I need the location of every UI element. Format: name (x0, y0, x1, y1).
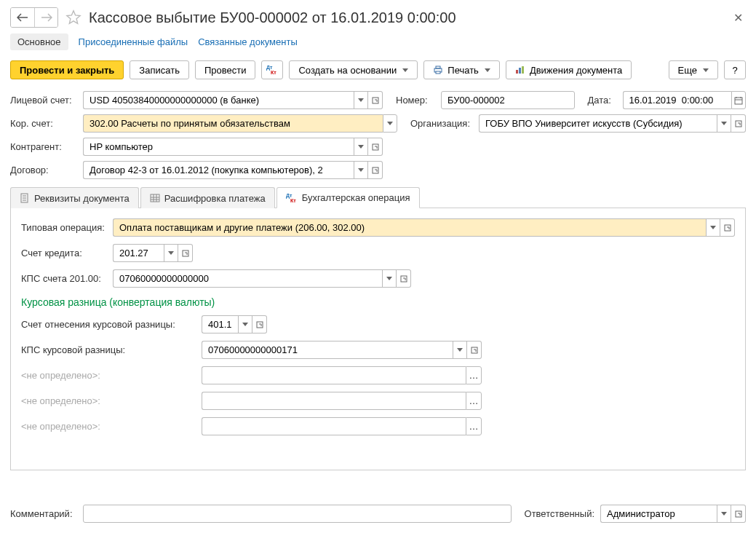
organization-field[interactable] (479, 114, 746, 133)
organization-input[interactable] (484, 117, 712, 130)
open-button[interactable] (731, 505, 746, 523)
contract-input[interactable] (88, 164, 349, 176)
print-button[interactable]: Печать (423, 60, 500, 79)
post-and-close-button[interactable]: Провести и закрыть (10, 60, 124, 79)
svg-rect-3 (436, 66, 440, 68)
calendar-button[interactable] (731, 91, 746, 109)
tab-accounting[interactable]: Дт Кт Бухгалтерская операция (276, 187, 420, 208)
diff-account-input[interactable] (207, 318, 234, 331)
svg-rect-31 (471, 347, 477, 353)
dropdown-button[interactable] (717, 114, 731, 133)
undefined-field-3[interactable]: … (202, 417, 482, 435)
kps-diff-field[interactable] (202, 341, 482, 359)
open-button[interactable] (368, 161, 383, 179)
svg-rect-14 (373, 144, 378, 150)
back-button[interactable] (11, 8, 34, 27)
undefined-input-2[interactable] (207, 395, 461, 407)
ellipsis-button[interactable]: … (466, 366, 482, 384)
dropdown-button[interactable] (354, 138, 368, 156)
kps-diff-input[interactable] (207, 344, 448, 356)
responsible-input[interactable] (605, 508, 712, 520)
svg-rect-27 (725, 225, 731, 231)
help-button[interactable]: ? (724, 60, 746, 79)
credit-account-input[interactable] (118, 247, 159, 259)
label-undefined-2: <не определено>: (21, 395, 196, 406)
corr-account-field[interactable] (83, 114, 397, 133)
open-button[interactable] (397, 269, 411, 288)
create-based-on-button[interactable]: Создать на основании (289, 60, 418, 79)
account-input[interactable] (88, 94, 349, 106)
dropdown-button[interactable] (382, 269, 397, 288)
account-field[interactable] (83, 91, 383, 109)
close-button[interactable]: ✕ (731, 8, 746, 28)
open-button[interactable] (178, 244, 193, 262)
svg-rect-4 (436, 71, 440, 74)
diff-account-field[interactable] (202, 315, 267, 333)
kps-201-field[interactable] (113, 269, 411, 288)
caret-down-icon (402, 68, 408, 72)
label-credit-account: Счет кредита: (21, 248, 107, 258)
dropdown-button[interactable] (383, 114, 397, 133)
open-button[interactable] (720, 218, 735, 237)
counterparty-field[interactable] (83, 138, 383, 156)
dropdown-button[interactable] (706, 218, 720, 237)
save-button[interactable]: Записать (130, 60, 189, 79)
responsible-field[interactable] (600, 505, 746, 523)
comment-input[interactable] (88, 508, 506, 520)
dropdown-button[interactable] (354, 161, 368, 179)
post-button[interactable]: Провести (195, 60, 256, 79)
typical-op-input[interactable] (118, 221, 701, 234)
number-field[interactable] (441, 91, 575, 109)
tab-decoding[interactable]: Расшифровка платежа (140, 187, 275, 208)
contract-field[interactable] (83, 161, 383, 179)
open-icon (372, 97, 379, 104)
label-responsible: Ответственный: (525, 508, 594, 519)
favorite-star-icon[interactable] (65, 9, 81, 25)
more-button[interactable]: Еще (669, 60, 718, 79)
ellipsis-button[interactable]: … (466, 392, 482, 410)
open-icon (372, 143, 379, 151)
movements-label: Движения документа (530, 65, 622, 76)
svg-text:Кт: Кт (290, 198, 296, 203)
dt-kt-button[interactable]: Дт Кт (261, 60, 283, 79)
movements-icon (515, 66, 525, 74)
date-input[interactable] (628, 94, 728, 106)
undefined-input-3[interactable] (207, 420, 461, 433)
open-button[interactable] (368, 91, 383, 109)
forward-button[interactable] (34, 8, 57, 27)
date-field[interactable] (623, 91, 747, 109)
doc-movements-button[interactable]: Движения документа (506, 60, 632, 79)
tab-content: Типовая операция: Счет кредита: КПС счет… (10, 208, 746, 470)
undefined-input-1[interactable] (207, 369, 461, 382)
doc-icon (20, 193, 30, 203)
number-input[interactable] (446, 94, 570, 106)
dropdown-button[interactable] (354, 91, 368, 109)
undefined-field-2[interactable]: … (202, 392, 482, 410)
tab-requisites[interactable]: Реквизиты документа (10, 187, 139, 208)
dropdown-button[interactable] (717, 505, 731, 523)
svg-rect-32 (736, 511, 741, 517)
dropdown-button[interactable] (238, 315, 252, 333)
dropdown-button[interactable] (164, 244, 178, 262)
link-attached-files[interactable]: Присоединенные файлы (79, 33, 188, 50)
svg-rect-7 (522, 66, 524, 74)
svg-rect-29 (401, 276, 407, 282)
label-undefined-3: <не определено>: (21, 421, 196, 432)
ellipsis-button[interactable]: … (466, 417, 482, 435)
label-contract: Договор: (10, 165, 77, 175)
undefined-field-1[interactable]: … (202, 366, 482, 384)
open-button[interactable] (467, 341, 482, 359)
kps-201-input[interactable] (118, 272, 378, 285)
arrow-right-icon (41, 13, 52, 22)
open-button[interactable] (731, 114, 746, 133)
credit-account-field[interactable] (113, 244, 193, 262)
link-related-docs[interactable]: Связанные документы (198, 33, 298, 50)
link-main[interactable]: Основное (10, 33, 68, 50)
counterparty-input[interactable] (88, 141, 349, 153)
typical-op-field[interactable] (113, 218, 735, 237)
open-button[interactable] (368, 138, 383, 156)
dropdown-button[interactable] (453, 341, 467, 359)
comment-field[interactable] (83, 505, 512, 523)
corr-account-input[interactable] (88, 117, 378, 130)
open-button[interactable] (252, 315, 267, 333)
